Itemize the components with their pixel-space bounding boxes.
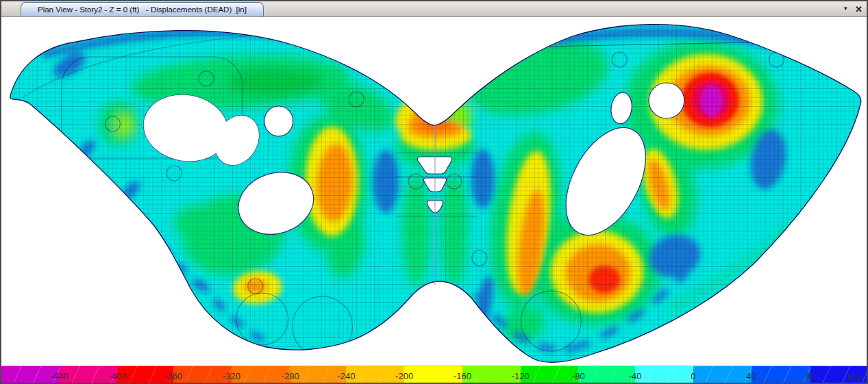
legend-tick-label: -400 <box>108 370 126 381</box>
legend-segment <box>578 366 635 384</box>
legend-tick-label: -160 <box>454 370 471 381</box>
legend-segment <box>752 366 811 384</box>
legend-tick-label: -80 <box>572 370 585 381</box>
legend-segment <box>693 366 752 384</box>
legend-segment <box>635 366 693 384</box>
legend-tick-label: -320 <box>223 370 240 381</box>
dropdown-arrow-icon[interactable]: ▼ <box>843 6 848 12</box>
legend-tick-label: -240 <box>337 370 355 381</box>
legend-tick-label: -280 <box>282 370 299 381</box>
view-tab[interactable]: Plan View - Story2 - Z = 0 (ft) - Displa… <box>21 2 264 16</box>
legend-tick-label: 0 <box>691 370 695 381</box>
legend-tick-label: 40 <box>746 370 756 381</box>
legend-tick-label: 80 <box>806 370 815 381</box>
titlebar: Plan View - Story2 - Z = 0 (ft) - Displa… <box>1 1 867 17</box>
legend-tick-label: -200 <box>395 370 413 381</box>
contour-legend: -440-400-360-320-280-240-200-160-120-80-… <box>1 366 867 384</box>
legend-unit-suffix: E-3 <box>847 370 861 381</box>
window-controls: ▼ ✕ <box>843 1 863 16</box>
legend-tick-label: -360 <box>164 370 182 381</box>
legend-tick-label: -440 <box>51 370 69 381</box>
close-icon[interactable]: ✕ <box>855 5 863 14</box>
plot-canvas[interactable] <box>1 17 867 366</box>
view-tab-title: Plan View - Story2 - Z = 0 (ft) - Displa… <box>38 5 247 14</box>
contour-plot <box>1 17 867 366</box>
plan-view-window: Plan View - Story2 - Z = 0 (ft) - Displa… <box>0 0 868 384</box>
legend-tick-label: -120 <box>512 370 530 381</box>
legend-tick-label: -40 <box>629 370 642 381</box>
